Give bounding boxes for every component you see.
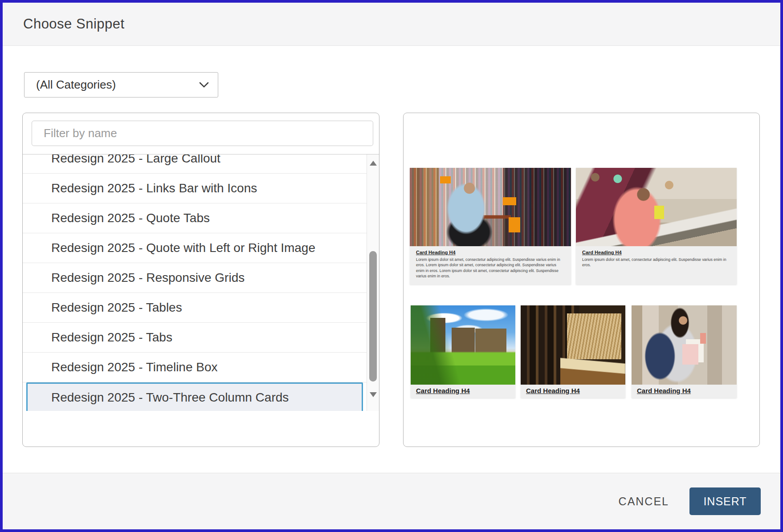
snippet-item-selected[interactable]: Redesign 2025 - Two-Three Column Cards <box>26 382 363 411</box>
snippet-item-label: Redesign 2025 - Links Bar with Icons <box>51 181 257 195</box>
card-text: Card Heading H4 Lorem ipsum dolor sit am… <box>410 246 571 284</box>
campus-courtyard-photo <box>411 305 515 385</box>
choose-snippet-dialog: Choose Snippet (All Categories) Redesign… <box>0 0 783 532</box>
chevron-down-icon <box>199 82 209 88</box>
cancel-button[interactable]: CANCEL <box>616 495 672 508</box>
snippet-item[interactable]: Redesign 2025 - Quote with Left or Right… <box>23 233 367 263</box>
snippet-item-label: Redesign 2025 - Tabs <box>51 330 172 345</box>
category-select[interactable]: (All Categories) <box>24 72 218 97</box>
card-body-text: Lorem ipsum dolor sit amet, consectetur … <box>582 257 730 268</box>
dialog-titlebar: Choose Snippet <box>3 3 780 46</box>
snippet-list-viewport: Redesign 2025 - Large Callout Redesign 2… <box>23 154 367 411</box>
scroll-down-button[interactable] <box>370 392 377 397</box>
snippet-item-label: Redesign 2025 - Tables <box>51 301 182 315</box>
scroll-up-button[interactable] <box>370 161 377 166</box>
snippet-item-label: Redesign 2025 - Responsive Grids <box>51 271 245 285</box>
student-with-phone-photo <box>632 305 737 385</box>
snippet-item[interactable]: Redesign 2025 - Links Bar with Icons <box>23 174 367 203</box>
category-select-value: (All Categories) <box>36 78 116 92</box>
snippet-item[interactable]: Redesign 2025 - Tabs <box>23 323 367 353</box>
card-heading-link: Card Heading H4 <box>526 387 620 394</box>
card-text: Card Heading H4 <box>632 385 737 398</box>
snippet-list-body: Redesign 2025 - Large Callout Redesign 2… <box>23 154 379 411</box>
filter-by-name-input[interactable] <box>32 121 373 146</box>
snippet-list-panel: Redesign 2025 - Large Callout Redesign 2… <box>22 113 379 447</box>
library-study-photo <box>410 168 571 246</box>
dialog-title: Choose Snippet <box>23 16 125 32</box>
preview-card: Card Heading H4 <box>632 305 737 398</box>
card-heading-link: Card Heading H4 <box>582 250 730 255</box>
snippet-item[interactable]: Redesign 2025 - Timeline Box <box>23 353 367 382</box>
snippet-preview-panel: Card Heading H4 Lorem ipsum dolor sit am… <box>403 113 760 447</box>
preview-card: Card Heading H4 Lorem ipsum dolor sit am… <box>576 168 737 284</box>
preview-card: Card Heading H4 <box>411 305 515 398</box>
snippet-item-label: Redesign 2025 - Large Callout <box>51 154 220 166</box>
insert-button[interactable]: INSERT <box>689 487 761 515</box>
snippet-item[interactable]: Redesign 2025 - Quote Tabs <box>23 203 367 233</box>
card-text: Card Heading H4 <box>411 385 515 398</box>
card-heading-link: Card Heading H4 <box>637 387 731 394</box>
lecture-hall-photo <box>576 168 737 246</box>
snippet-item-label: Redesign 2025 - Two-Three Column Cards <box>51 390 289 405</box>
snippet-item-label: Redesign 2025 - Timeline Box <box>51 360 218 374</box>
list-scrollbar[interactable] <box>367 154 379 411</box>
preview-card: Card Heading H4 <box>521 305 625 398</box>
snippet-item[interactable]: Redesign 2025 - Tables <box>23 293 367 323</box>
dialog-footer: CANCEL INSERT <box>3 473 780 529</box>
snippet-item-label: Redesign 2025 - Quote Tabs <box>51 211 210 225</box>
snippet-item[interactable]: Redesign 2025 - Responsive Grids <box>23 263 367 293</box>
card-heading-link: Card Heading H4 <box>416 387 510 394</box>
card-text: Card Heading H4 Lorem ipsum dolor sit am… <box>576 246 737 284</box>
snippet-item[interactable]: Redesign 2025 - Large Callout <box>23 154 367 174</box>
scrollbar-thumb[interactable] <box>369 251 377 382</box>
preview-card: Card Heading H4 Lorem ipsum dolor sit am… <box>410 168 571 284</box>
snippet-item-label: Redesign 2025 - Quote with Left or Right… <box>51 241 315 255</box>
card-body-text: Lorem ipsum dolor sit amet, consectetur … <box>416 257 565 279</box>
old-books-photo <box>521 305 625 385</box>
card-text: Card Heading H4 <box>521 385 625 398</box>
card-heading-link: Card Heading H4 <box>416 250 565 255</box>
